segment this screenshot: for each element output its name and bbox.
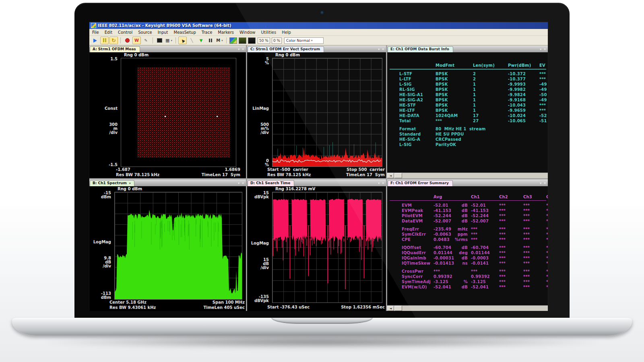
menu-bar: FileEditControlSourceInputMeasSetupTrace… — [89, 29, 548, 36]
band-marker-button[interactable] — [206, 37, 215, 44]
menu-edit[interactable]: Edit — [102, 30, 115, 35]
menu-utilities[interactable]: Utilities — [258, 30, 279, 35]
vsa-app-window: IEEE 802.11n/ac/ax - Keysight 89600 VSA … — [89, 22, 548, 310]
pause-icon — [103, 37, 107, 43]
spectrum-chart[interactable] — [114, 192, 242, 300]
table-row: RL-SIGBPSK1-9.9982-49 — [387, 87, 548, 92]
demod-button[interactable]: W — [132, 37, 141, 44]
table-row: PilotEVM-52.244dB-52.244******* — [387, 213, 548, 218]
overlap-percent-field[interactable]: 0 % — [272, 37, 282, 44]
panel-menu-icon[interactable]: ▾ — [238, 181, 239, 185]
preset-2-button[interactable] — [238, 37, 247, 44]
y-scale-label: 300m/div — [89, 123, 118, 135]
table-row: HE-SIG-A1BPSK1-9.9824-50 — [387, 92, 548, 97]
panel-e-body: ModFmtLen(sym)Pwr(dBm)EV L-STFBPSK2-10.3… — [387, 52, 548, 178]
restart-icon: ↻ — [111, 38, 116, 43]
webcam-icon — [321, 11, 323, 14]
delta-marker-button[interactable]: ▼ — [197, 37, 205, 44]
restart-button[interactable]: ↻ — [109, 37, 118, 44]
pilot-point — [217, 116, 218, 117]
menu-file[interactable]: File — [89, 30, 102, 35]
table-row: SyncCorr0.993920.99392******* — [387, 274, 548, 279]
footer-info: Res BW 78.125 kHzTimeLen 17 Sym — [116, 173, 240, 177]
scroll-left-icon[interactable]: ◄ — [387, 173, 394, 178]
scroll-thumb[interactable] — [394, 173, 402, 178]
panel-close-icon[interactable]: ✕ — [382, 47, 384, 51]
search-time-trace — [272, 192, 382, 302]
x-axis-range: -1.6871.6869 — [116, 167, 240, 172]
h-scrollbar[interactable]: ◄ — [387, 305, 548, 311]
burst-info-rows: Format80 MHz HE 1 streamStandardHE SU PP… — [387, 126, 548, 147]
panel-a-body: Rng 0 dBm 1.5 Const 300m/div -1.5 - — [89, 52, 246, 178]
menu-control[interactable]: Control — [115, 30, 135, 35]
y-min-label: 0% — [247, 159, 269, 167]
menu-markers[interactable]: Markers — [215, 30, 237, 35]
toolbar-separator — [120, 37, 121, 43]
edit-trace-button[interactable]: ✎ — [142, 37, 150, 44]
line-marker-button[interactable]: ╲ — [188, 37, 196, 44]
panel-b-tab[interactable]: B: Ch1 Spectrum▾ — [90, 180, 134, 186]
workspace: A: Strm1 OFDM Meas ▾✕ Rng 0 dBm 1.5 Cons… — [89, 45, 548, 311]
y-min-label: -113dBm — [89, 292, 111, 300]
single-display-button[interactable] — [155, 37, 164, 44]
table-row: EVM-52.01dB-52.01******* — [387, 203, 548, 208]
line-icon: ╲ — [190, 38, 193, 43]
tab-dropdown-icon[interactable]: ▾ — [129, 182, 131, 185]
laptop-mockup: IEEE 802.11n/ac/ax - Keysight 89600 VSA … — [0, 0, 644, 362]
panel-close-icon[interactable]: ✕ — [543, 47, 546, 51]
panel-menu-icon[interactable]: ▾ — [378, 181, 380, 185]
panel-menu-icon[interactable]: ▾ — [540, 47, 541, 51]
burst-table-rows: L-STFBPSK2-10.372***L-LTFBPSK2-10.377***… — [387, 71, 548, 123]
menu-source[interactable]: Source — [135, 30, 155, 35]
pause-button[interactable] — [100, 37, 109, 44]
panel-d-tab[interactable]: D: Ch1 Search Time — [248, 180, 294, 186]
panel-f-tab[interactable]: F: Ch1 OFDM Error Summary — [388, 180, 453, 186]
error-vector-chart[interactable] — [272, 58, 382, 167]
menu-trace[interactable]: Trace — [199, 30, 215, 35]
y-scale-label: 9.8dB/div — [89, 256, 111, 268]
panel-close-icon[interactable]: ✕ — [242, 181, 244, 185]
table-row: HE-SIG-A2BPSK1-9.9168-49 — [387, 97, 548, 103]
y-min-label: -1.5 — [89, 163, 118, 167]
panel-a-tab[interactable]: A: Strm1 OFDM Meas — [90, 46, 140, 52]
menu-window[interactable]: Window — [237, 30, 258, 35]
marker-m-icon: M — [216, 38, 220, 43]
table-row: CPE0.0483%rms********** — [387, 237, 548, 242]
search-time-chart[interactable] — [272, 192, 382, 303]
panel-menu-icon[interactable]: ▾ — [540, 181, 541, 185]
constellation-chart[interactable] — [121, 58, 236, 167]
preset-1-button[interactable] — [229, 37, 237, 44]
panel-c-tab[interactable]: C: Strm1 OFDM Err Vect Spectrum — [248, 46, 324, 52]
menu-meassetup[interactable]: MeasSetup — [171, 30, 199, 35]
color-mode-select[interactable]: Color Normal▾ — [284, 37, 324, 44]
title-bar: IEEE 802.11n/ac/ax - Keysight 89600 VSA … — [89, 22, 548, 29]
error-table-head: AvgCh1Ch2Ch3C — [387, 194, 548, 200]
panel-e-tab[interactable]: E: Ch1 OFDM Data Burst Info — [388, 46, 453, 52]
play-icon — [93, 39, 97, 43]
panel-close-icon[interactable]: ✕ — [382, 181, 384, 185]
scroll-left-icon[interactable]: ◄ — [387, 306, 394, 311]
h-scrollbar[interactable]: ◄ — [387, 173, 548, 178]
marker-m-button[interactable]: M▾ — [215, 37, 224, 44]
select-pointer-button[interactable]: ▲ — [178, 37, 187, 44]
play-button[interactable] — [91, 37, 99, 44]
grid-layout-button[interactable]: ▦▾ — [165, 37, 173, 44]
panel-close-icon[interactable]: ✕ — [543, 181, 546, 185]
panel-close-icon[interactable]: ✕ — [242, 47, 244, 51]
panel-menu-icon[interactable]: ▾ — [378, 47, 380, 51]
menu-input[interactable]: Input — [155, 30, 171, 35]
panel-e-header: E: Ch1 OFDM Data Burst Info ▾✕ — [387, 45, 548, 53]
laptop-screen: IEEE 802.11n/ac/ax - Keysight 89600 VSA … — [75, 3, 569, 319]
demod-icon: W — [134, 38, 139, 43]
average-percent-field[interactable]: 50 % — [258, 37, 270, 44]
y-scale-label: 500m%/div — [247, 123, 269, 135]
scroll-thumb[interactable] — [394, 306, 402, 311]
record-button[interactable] — [123, 37, 132, 44]
footer-info: Res BW 9.43061 kHzTimeLen 405 uSec — [109, 305, 245, 310]
panel-menu-icon[interactable]: ▾ — [238, 47, 239, 51]
menu-help[interactable]: Help — [279, 30, 294, 35]
preset-3-button[interactable] — [248, 37, 256, 44]
range-label: Rng 0 dBm — [124, 53, 149, 57]
trace-format-label: LogMag — [89, 240, 111, 244]
trace-format-label: LinMag — [247, 107, 269, 111]
